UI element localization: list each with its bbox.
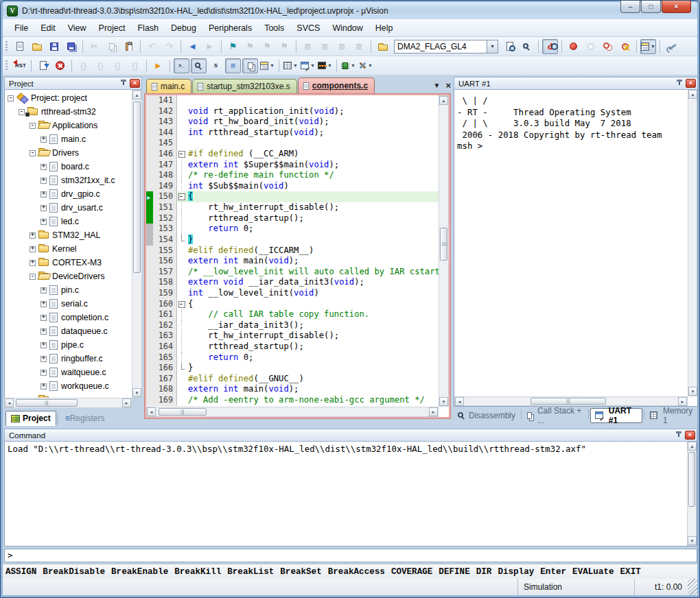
tree-item-dataqueue-c[interactable]: +dataqueue.c xyxy=(5,324,132,338)
breakpoint-enable-button[interactable] xyxy=(583,39,598,54)
collapse-icon[interactable]: - xyxy=(19,109,25,115)
save-button[interactable] xyxy=(46,39,62,54)
scroll-up-icon[interactable]: ▲ xyxy=(132,91,141,99)
nav-forward-button[interactable]: ► xyxy=(202,39,218,54)
pin-icon[interactable] xyxy=(119,80,128,88)
tree-item-main-c[interactable]: +main.c xyxy=(5,132,132,146)
resize-grip[interactable] xyxy=(688,579,697,595)
expand-icon[interactable]: + xyxy=(40,287,47,294)
scroll-up-icon[interactable]: ▲ xyxy=(688,442,697,451)
scroll-right-icon[interactable]: ► xyxy=(122,398,131,407)
scroll-left-icon[interactable]: ◄ xyxy=(455,397,464,406)
tree-item-led-c[interactable]: +led.c xyxy=(5,215,132,228)
expand-icon[interactable]: + xyxy=(30,260,36,266)
tab-disassembly[interactable]: Disassembly xyxy=(454,408,520,423)
tree-item-workqueue-c[interactable]: +workqueue.c xyxy=(5,379,132,393)
uart-vscrollbar[interactable]: ▲ ▼ xyxy=(688,90,697,396)
paste-button[interactable] xyxy=(121,39,137,54)
tab-registers[interactable]: ≡Registers xyxy=(60,411,110,426)
close-button[interactable]: × xyxy=(662,1,691,13)
close-icon[interactable]: × xyxy=(130,79,140,88)
scroll-left-icon[interactable]: ◄ xyxy=(5,398,14,407)
close-icon[interactable]: × xyxy=(445,80,451,91)
tree-item-rtthread-stm32[interactable]: -rtthread-stm32 xyxy=(5,105,132,119)
tree-item-partial[interactable] xyxy=(5,393,132,398)
incremental-find-button[interactable] xyxy=(519,39,535,54)
code-editor[interactable]: 141142void rt_application_init(void);143… xyxy=(146,95,439,407)
project-tree-vscrollbar[interactable]: ▲ ▼ xyxy=(132,90,142,398)
menu-flash[interactable]: Flash xyxy=(131,20,165,36)
tree-item-project-project[interactable]: -Project: project xyxy=(5,91,132,105)
uart-hscrollbar[interactable]: ◄ ► xyxy=(454,396,688,406)
undo-button[interactable]: ↶ xyxy=(144,39,160,54)
tab-uart-1[interactable]: UART #1 xyxy=(590,408,642,423)
bookmark-clear-button[interactable]: ⚑ xyxy=(277,39,292,54)
menu-tools[interactable]: Tools xyxy=(258,20,290,36)
tree-item-stm32f1xx-it-c[interactable]: +stm32f1xx_it.c xyxy=(5,174,132,187)
expand-icon[interactable]: + xyxy=(40,205,47,211)
minimize-button[interactable]: – xyxy=(620,1,640,13)
scroll-up-icon[interactable]: ▲ xyxy=(688,90,697,99)
fold-collapse-icon[interactable] xyxy=(176,299,185,310)
scroll-thumb[interactable] xyxy=(440,228,447,261)
close-icon[interactable]: × xyxy=(685,431,695,440)
collapse-icon[interactable]: - xyxy=(8,95,14,101)
watch-window-button[interactable]: ▼ xyxy=(259,58,275,73)
find-in-files-results-button[interactable] xyxy=(502,39,517,54)
command-input[interactable]: > xyxy=(4,549,697,562)
scroll-up-icon[interactable]: ▲ xyxy=(439,96,448,105)
expand-icon[interactable]: + xyxy=(40,328,47,335)
scroll-thumb[interactable] xyxy=(688,452,695,507)
menu-edit[interactable]: Edit xyxy=(34,20,62,36)
copy-button[interactable] xyxy=(104,39,119,54)
menu-file[interactable]: File xyxy=(8,20,34,36)
stop-button[interactable] xyxy=(52,58,68,73)
scroll-down-icon[interactable]: ▼ xyxy=(132,388,141,397)
tree-item-devicedrivers[interactable]: -DeviceDrivers xyxy=(5,270,132,283)
scroll-thumb[interactable] xyxy=(530,398,606,405)
breakpoint-kill-all-button[interactable] xyxy=(617,39,633,54)
command-window-button[interactable]: >_ xyxy=(174,58,189,73)
tree-item-serial-c[interactable]: +serial.c xyxy=(5,297,132,311)
reset-button[interactable]: RST xyxy=(12,58,27,73)
expand-icon[interactable]: + xyxy=(30,246,36,252)
scroll-thumb[interactable] xyxy=(133,101,141,273)
project-tree-hscrollbar[interactable]: ◄ ► xyxy=(4,398,132,408)
scroll-left-icon[interactable]: ◄ xyxy=(147,407,156,416)
toolbox-button[interactable]: ▼ xyxy=(358,58,373,73)
collapse-icon[interactable]: - xyxy=(30,123,36,129)
find-in-files-button[interactable] xyxy=(375,39,390,54)
expand-icon[interactable]: + xyxy=(40,136,47,143)
redo-button[interactable]: ↷ xyxy=(161,39,177,54)
tree-item-drivers[interactable]: -Drivers xyxy=(5,146,132,160)
memory-window-button[interactable]: ▼ xyxy=(283,58,299,73)
debug-session-button[interactable]: d xyxy=(542,39,558,54)
run-button[interactable]: ► xyxy=(150,58,166,73)
expand-icon[interactable]: + xyxy=(40,315,47,321)
bookmark-toggle-button[interactable]: ⚑ xyxy=(225,39,241,54)
tree-item-applications[interactable]: -Applications xyxy=(5,119,132,132)
tree-item-cortex-m3[interactable]: +CORTEX-M3 xyxy=(5,256,132,270)
disassembly-window-button[interactable] xyxy=(191,58,207,73)
registers-window-button[interactable]: ≡ xyxy=(225,58,241,73)
comment-button[interactable]: ≣ xyxy=(334,39,350,54)
scroll-down-icon[interactable]: ▼ xyxy=(439,397,448,406)
search-combo[interactable]: DMA2_FLAG_GL4▼ xyxy=(394,40,498,53)
uart-terminal[interactable]: \ | /- RT - Thread Operating System / | … xyxy=(454,90,698,407)
uncomment-button[interactable]: ≣ xyxy=(351,39,367,54)
debug-views-button[interactable]: ▼ xyxy=(640,39,656,54)
scroll-thumb[interactable] xyxy=(159,408,207,416)
tree-item-pipe-c[interactable]: +pipe.c xyxy=(5,338,132,352)
step-into-button[interactable]: {} xyxy=(75,58,91,73)
menu-debug[interactable]: Debug xyxy=(165,20,202,36)
expand-icon[interactable]: + xyxy=(40,191,47,198)
tree-item-board-c[interactable]: +board.c xyxy=(5,160,132,174)
tab-components-c[interactable]: components.c xyxy=(298,77,375,93)
callstack-window-button[interactable] xyxy=(242,58,258,73)
new-file-button[interactable] xyxy=(12,39,27,54)
pin-icon[interactable] xyxy=(675,431,683,440)
bookmark-next-button[interactable]: ⚑ xyxy=(242,39,258,54)
menu-svcs[interactable]: SVCS xyxy=(290,20,326,36)
open-file-button[interactable] xyxy=(29,39,45,54)
analysis-window-button[interactable]: ▼ xyxy=(317,58,333,73)
